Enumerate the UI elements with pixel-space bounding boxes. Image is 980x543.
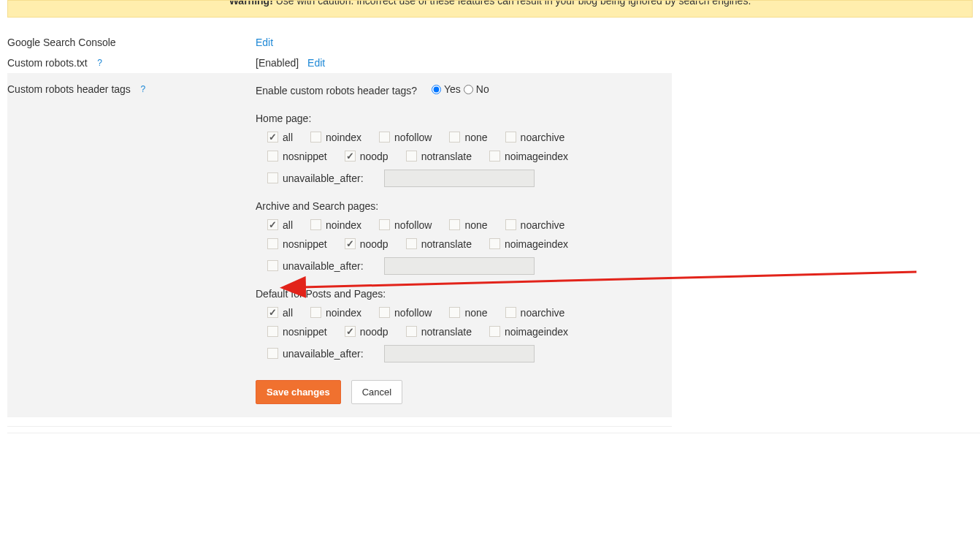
cb-home-noodp[interactable]: noodp xyxy=(345,151,388,162)
cb-default-all[interactable]: all xyxy=(267,307,293,319)
checkbox-icon xyxy=(489,238,500,249)
checkbox-icon xyxy=(310,307,321,318)
checkbox-icon xyxy=(267,132,278,143)
cb-default-noodp[interactable]: noodp xyxy=(345,326,388,338)
radio-yes[interactable]: Yes xyxy=(432,83,461,95)
cb-home-none[interactable]: none xyxy=(449,132,487,143)
cb-home-nosnippet[interactable]: nosnippet xyxy=(267,151,327,162)
checkbox-icon xyxy=(310,219,321,230)
cb-default-unavailable-after[interactable]: unavailable_after: xyxy=(267,348,364,360)
cb-default-nofollow[interactable]: nofollow xyxy=(379,307,432,319)
default-unavailable-date-input[interactable] xyxy=(384,345,535,362)
default-row-1: all noindex nofollow none noarchive xyxy=(267,307,672,319)
cb-archive-none[interactable]: none xyxy=(449,219,487,231)
cb-home-noimageindex[interactable]: noimageindex xyxy=(489,151,568,162)
checkbox-icon xyxy=(267,238,278,249)
checkbox-icon xyxy=(449,219,460,230)
checkbox-icon xyxy=(267,307,278,318)
cb-home-unavailable-after[interactable]: unavailable_after: xyxy=(267,172,364,184)
radio-yes-input[interactable] xyxy=(432,85,441,94)
cb-archive-noindex[interactable]: noindex xyxy=(310,219,361,231)
archive-unavailable-date-input[interactable] xyxy=(384,257,535,275)
cb-archive-noimageindex[interactable]: noimageindex xyxy=(489,238,568,250)
warning-banner: Warning! Use with caution. Incorrect use… xyxy=(7,0,973,18)
cb-home-noarchive[interactable]: noarchive xyxy=(505,132,565,143)
robots-enabled-status: [Enabled] xyxy=(256,57,299,69)
row-google-search-console: Google Search Console Edit xyxy=(7,32,980,53)
section-archive-title: Archive and Search pages: xyxy=(256,200,672,212)
cb-home-notranslate[interactable]: notranslate xyxy=(406,151,472,162)
checkbox-icon xyxy=(406,238,417,249)
checkbox-icon xyxy=(379,307,390,318)
cb-default-none[interactable]: none xyxy=(449,307,487,319)
cb-home-all[interactable]: all xyxy=(267,132,293,143)
archive-row-2: nosnippet noodp notranslate noimageindex xyxy=(267,238,672,250)
robots-txt-label: Custom robots.txt xyxy=(7,57,88,69)
checkbox-icon xyxy=(310,132,321,143)
checkbox-icon xyxy=(489,326,500,337)
checkbox-icon xyxy=(379,132,390,143)
checkbox-icon xyxy=(345,151,356,162)
warning-text: Use with caution. Incorrect use of these… xyxy=(273,0,751,7)
checkbox-icon xyxy=(345,238,356,249)
home-row-1: all noindex nofollow none noarchive xyxy=(267,132,672,143)
row-custom-robots-txt: Custom robots.txt ? [Enabled] Edit xyxy=(7,53,980,73)
checkbox-icon xyxy=(449,307,460,318)
section-home-title: Home page: xyxy=(256,113,672,124)
checkbox-icon xyxy=(449,132,460,143)
divider xyxy=(7,433,980,433)
cb-home-nofollow[interactable]: nofollow xyxy=(379,132,432,143)
cb-archive-nofollow[interactable]: nofollow xyxy=(379,219,432,231)
gsc-label: Google Search Console xyxy=(7,37,116,48)
robots-header-label: Custom robots header tags xyxy=(7,83,131,95)
home-row-3: unavailable_after: xyxy=(267,170,672,187)
home-row-2: nosnippet noodp notranslate noimageindex xyxy=(267,151,672,162)
cb-archive-noodp[interactable]: noodp xyxy=(345,238,388,250)
cb-archive-notranslate[interactable]: notranslate xyxy=(406,238,472,250)
checkbox-icon xyxy=(267,219,278,230)
default-row-3: unavailable_after: xyxy=(267,345,672,362)
section-default-title: Default for Posts and Pages: xyxy=(256,288,672,300)
cb-archive-nosnippet[interactable]: nosnippet xyxy=(267,238,327,250)
enable-question-text: Enable custom robots header tags? xyxy=(256,85,417,96)
checkbox-icon xyxy=(345,326,356,337)
default-row-2: nosnippet noodp notranslate noimageindex xyxy=(267,326,672,338)
checkbox-icon xyxy=(505,132,516,143)
cb-archive-all[interactable]: all xyxy=(267,219,293,231)
row-custom-robots-header: Custom robots header tags ? Enable custo… xyxy=(7,73,672,417)
checkbox-icon xyxy=(267,348,278,359)
cb-default-notranslate[interactable]: notranslate xyxy=(406,326,472,338)
checkbox-icon xyxy=(267,326,278,337)
checkbox-icon xyxy=(267,172,278,183)
cancel-button[interactable]: Cancel xyxy=(351,380,402,404)
home-unavailable-date-input[interactable] xyxy=(384,170,535,187)
help-icon[interactable]: ? xyxy=(95,58,105,68)
checkbox-icon xyxy=(505,219,516,230)
checkbox-icon xyxy=(406,151,417,162)
robots-edit-link[interactable]: Edit xyxy=(307,57,325,69)
cb-default-noarchive[interactable]: noarchive xyxy=(505,307,565,319)
cb-default-noindex[interactable]: noindex xyxy=(310,307,361,319)
radio-no[interactable]: No xyxy=(464,83,489,95)
warning-prefix: Warning! xyxy=(229,0,273,7)
radio-no-input[interactable] xyxy=(464,85,473,94)
button-row: Save changes Cancel xyxy=(256,380,672,404)
cb-home-noindex[interactable]: noindex xyxy=(310,132,361,143)
enable-question-row: Enable custom robots header tags? Yes No xyxy=(256,83,672,96)
cb-archive-unavailable-after[interactable]: unavailable_after: xyxy=(267,260,364,272)
checkbox-icon xyxy=(406,326,417,337)
checkbox-icon xyxy=(379,219,390,230)
archive-row-3: unavailable_after: xyxy=(267,257,672,275)
checkbox-icon xyxy=(267,151,278,162)
archive-row-1: all noindex nofollow none noarchive xyxy=(267,219,672,231)
gsc-edit-link[interactable]: Edit xyxy=(256,37,273,48)
cb-default-nosnippet[interactable]: nosnippet xyxy=(267,326,327,338)
cb-default-noimageindex[interactable]: noimageindex xyxy=(489,326,568,338)
help-icon[interactable]: ? xyxy=(138,84,148,94)
save-changes-button[interactable]: Save changes xyxy=(256,380,341,404)
cb-archive-noarchive[interactable]: noarchive xyxy=(505,219,565,231)
checkbox-icon xyxy=(267,260,278,271)
checkbox-icon xyxy=(489,151,500,162)
checkbox-icon xyxy=(505,307,516,318)
